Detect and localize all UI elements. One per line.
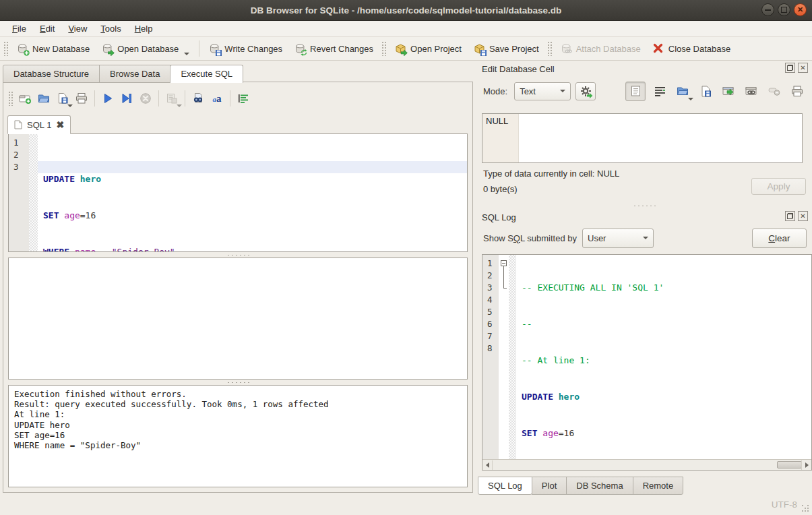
new-sql-tab-button[interactable]: [15, 90, 34, 107]
log-filter-combobox[interactable]: User: [582, 229, 654, 248]
print-cell-button[interactable]: [788, 82, 807, 100]
dock-close-icon: ✕: [800, 64, 805, 71]
save-sql-file-button[interactable]: [53, 90, 72, 107]
fold-corner: [503, 288, 507, 289]
execute-all-button[interactable]: [98, 90, 117, 107]
close-database-icon: [653, 43, 664, 55]
scroll-left-arrow[interactable]: [482, 460, 493, 470]
write-changes-button[interactable]: Write Changes: [203, 39, 288, 58]
sql-log-pane[interactable]: 12345678 -- EXECUTING ALL IN 'SQL 1' -- …: [482, 254, 812, 471]
sql1-tab[interactable]: SQL 1 ✖: [7, 115, 71, 134]
dock-tab-plot[interactable]: Plot: [532, 477, 567, 495]
export-cell-button[interactable]: [696, 82, 715, 100]
message-line: Result: query executed successfully. Too…: [14, 399, 462, 409]
edit-cell-dock-title: Edit Database Cell: [482, 64, 555, 74]
menu-file[interactable]: File: [5, 21, 33, 36]
dock-tab-sql-log[interactable]: SQL Log: [478, 477, 532, 495]
word-wrap-icon: [654, 86, 666, 96]
sql-toolbar-separator: [94, 90, 95, 107]
toolbar-drag-handle[interactable]: [3, 41, 9, 56]
format-icon: [237, 92, 249, 104]
dock-close-button[interactable]: ✕: [798, 211, 808, 221]
log-line-numbers: 12345678: [482, 255, 499, 459]
sql-toolbar-drag-handle[interactable]: [8, 91, 13, 106]
dock-area: Edit Database Cell ✕ Mode: Text: [476, 61, 812, 515]
close-button[interactable]: ✕: [794, 3, 807, 16]
revert-changes-icon: [294, 43, 306, 55]
minimize-button[interactable]: [761, 3, 774, 16]
new-database-button[interactable]: New Database: [11, 39, 96, 58]
apply-format-button[interactable]: [575, 82, 596, 100]
message-line: UPDATE hero: [14, 420, 462, 430]
scroll-right-arrow[interactable]: [801, 460, 811, 470]
close-sql-tab-icon[interactable]: ✖: [56, 120, 64, 129]
log-horizontal-scrollbar[interactable]: [482, 459, 811, 470]
execute-line-button[interactable]: [117, 90, 136, 107]
tab-database-structure[interactable]: Database Structure: [3, 65, 100, 83]
execute-line-icon: [121, 92, 133, 104]
find-button[interactable]: [189, 90, 208, 107]
import-cell-button[interactable]: [673, 82, 692, 100]
dock-close-icon: ✕: [800, 212, 805, 220]
minimize-icon: [765, 9, 771, 11]
menu-view[interactable]: View: [61, 21, 94, 36]
main-toolbar: New Database Open Database Write Changes: [0, 37, 812, 61]
menu-edit[interactable]: Edit: [33, 21, 61, 36]
editor-text[interactable]: UPDATE hero SET age=16 WHERE name = "Spi…: [38, 134, 467, 251]
dock-float-button[interactable]: [785, 211, 795, 221]
export-file-icon: [700, 86, 712, 97]
sql-log-dock-header: SQL Log ✕: [476, 210, 812, 224]
toolbar-drag-handle[interactable]: [381, 41, 387, 56]
print-sql-button[interactable]: [72, 90, 91, 107]
results-pane[interactable]: [8, 258, 468, 380]
resize-grip-icon[interactable]: [802, 505, 809, 512]
attach-database-icon: [561, 43, 572, 55]
dock-splitter[interactable]: [476, 204, 812, 208]
open-in-app-button[interactable]: [719, 82, 738, 100]
clear-log-button[interactable]: Clear: [752, 229, 807, 248]
combo-arrow-icon: [643, 237, 648, 239]
sql-tab-bar: SQL 1 ✖: [7, 115, 71, 134]
sql-editor[interactable]: 1 2 3 UPDATE hero SET age=16 WHERE name …: [8, 133, 468, 252]
editor-fold-margin: [29, 134, 38, 251]
scrollbar-thumb[interactable]: [777, 461, 802, 468]
fold-collapse-icon[interactable]: [501, 260, 507, 266]
current-line-highlight: [38, 161, 467, 173]
float-icon: [787, 65, 793, 71]
log-text[interactable]: -- EXECUTING ALL IN 'SQL 1' -- -- At lin…: [516, 255, 811, 459]
splitter[interactable]: [8, 380, 468, 385]
cell-type-info: Type of data currently in cell: NULL: [483, 169, 619, 179]
text-mode-button[interactable]: [625, 82, 646, 101]
cell-edit-area[interactable]: [519, 114, 802, 162]
open-sql-file-button[interactable]: [34, 90, 53, 107]
log-fold-margin[interactable]: [499, 255, 509, 459]
tab-browse-data[interactable]: Browse Data: [99, 65, 170, 83]
replace-button[interactable]: aa: [208, 90, 226, 107]
cell-value-editor[interactable]: NULL: [482, 113, 803, 163]
revert-changes-button[interactable]: Revert Changes: [288, 39, 379, 58]
dock-tab-remote[interactable]: Remote: [633, 477, 684, 495]
splitter[interactable]: [8, 252, 468, 258]
tab-execute-sql[interactable]: Execute SQL: [170, 65, 243, 83]
mode-combobox[interactable]: Text: [514, 82, 571, 100]
save-project-button[interactable]: Save Project: [468, 39, 545, 58]
encoding-indicator[interactable]: UTF-8: [772, 499, 797, 510]
link-icon: [745, 86, 757, 96]
open-project-button[interactable]: Open Project: [389, 39, 468, 58]
menu-tools[interactable]: Tools: [94, 21, 127, 36]
toolbar-separator: [199, 40, 199, 57]
format-sql-button[interactable]: [234, 90, 253, 107]
print-icon: [75, 92, 88, 104]
maximize-button[interactable]: [778, 3, 790, 16]
import-dropdown-icon: [688, 98, 693, 100]
word-wrap-button[interactable]: [650, 82, 669, 100]
toolbar-drag-handle[interactable]: [547, 41, 553, 56]
close-database-button[interactable]: Close Database: [647, 39, 737, 58]
menu-help[interactable]: Help: [128, 21, 160, 36]
dock-float-button[interactable]: [785, 63, 795, 73]
dock-tab-db-schema[interactable]: DB Schema: [566, 477, 633, 495]
open-file-icon: [38, 92, 50, 104]
open-database-button[interactable]: Open Database: [96, 39, 195, 58]
set-link-button[interactable]: [742, 82, 761, 100]
dock-close-button[interactable]: ✕: [798, 63, 808, 73]
